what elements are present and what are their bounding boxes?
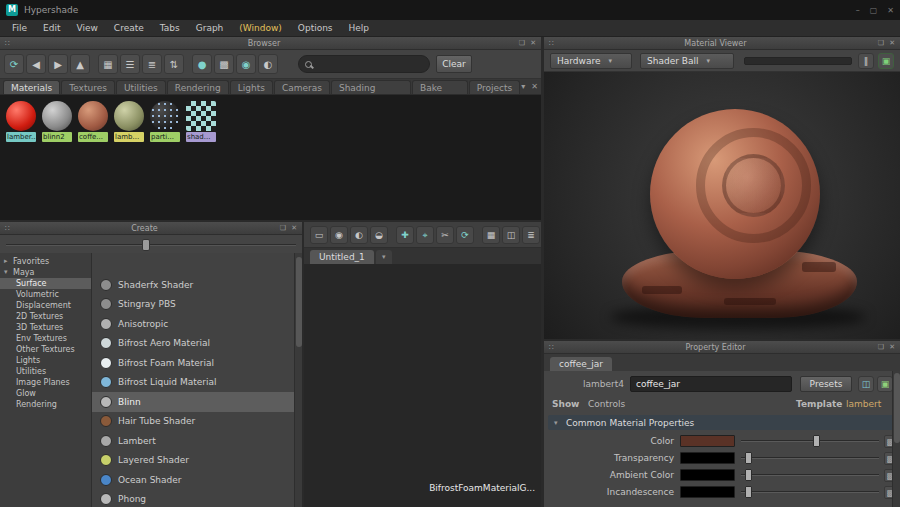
pause-render-icon[interactable]: ‖ — [858, 53, 874, 69]
tree-item-glow[interactable]: Glow — [0, 388, 91, 399]
swatch-coffee[interactable]: coffe... — [78, 101, 108, 142]
material-item-bifrost-foam[interactable]: Bifrost Foam Material — [92, 353, 294, 373]
node-name-field[interactable] — [630, 376, 792, 392]
close-panel-icon[interactable]: ✕ — [530, 39, 536, 47]
float-panel-icon[interactable]: ❏ — [878, 343, 884, 351]
open-lookdev-icon[interactable]: ▣ — [877, 376, 893, 392]
geometry-dropdown[interactable]: Shader Ball ▾ — [640, 53, 734, 69]
slider-handle[interactable] — [813, 435, 820, 447]
details-view-icon[interactable]: ≣ — [142, 54, 162, 74]
tree-item-favorites[interactable]: ▸Favorites — [0, 256, 91, 267]
minimize-icon[interactable]: – — [856, 6, 860, 15]
property-tab-coffee-jar[interactable]: coffee_jar — [550, 357, 612, 371]
marquee-select-icon[interactable]: ▭ — [310, 226, 328, 244]
menu-view[interactable]: View — [69, 23, 106, 33]
create-list-scrollbar[interactable] — [294, 253, 302, 507]
tree-item-env-textures[interactable]: Env Textures — [0, 333, 91, 344]
tab-close-icon[interactable]: ✕ — [531, 82, 538, 91]
property-editor-scrollbar[interactable] — [892, 371, 900, 507]
list-view-icon[interactable]: ☰ — [120, 54, 140, 74]
node-editor-tab-untitled[interactable]: Untitled_1 — [310, 250, 374, 264]
open-attribute-editor-icon[interactable]: ◫ — [858, 376, 874, 392]
tree-item-maya[interactable]: ▾Maya — [0, 267, 91, 278]
menu-create[interactable]: Create — [106, 23, 152, 33]
region-select-icon[interactable]: ◒ — [370, 226, 388, 244]
add-node-icon[interactable]: ✚ — [396, 226, 414, 244]
tree-item-image-planes[interactable]: Image Planes — [0, 377, 91, 388]
node-editor-canvas[interactable]: BifrostFoamMaterialG... — [304, 264, 541, 507]
vertical-splitter[interactable] — [302, 222, 304, 507]
tab-textures[interactable]: Textures — [61, 80, 115, 94]
tab-projects[interactable]: Projects — [469, 80, 520, 94]
tab-rendering[interactable]: Rendering — [167, 80, 229, 94]
material-item-shaderfx[interactable]: Shaderfx Shader — [92, 275, 294, 295]
maximize-icon[interactable]: ▢ — [870, 6, 878, 15]
swatch-shadow[interactable]: shad... — [186, 101, 216, 142]
material-ball-icon[interactable] — [78, 101, 108, 131]
attribute-slider[interactable] — [741, 469, 879, 481]
list-layout-icon[interactable]: ≣ — [522, 226, 540, 244]
tab-shading-groups[interactable]: Shading Groups — [331, 80, 411, 94]
checker-icon[interactable]: ▩ — [214, 54, 234, 74]
section-common-material-properties[interactable]: ▾ Common Material Properties — [548, 415, 896, 430]
material-ball-icon[interactable] — [150, 101, 180, 131]
paint-select-icon[interactable]: ◐ — [350, 226, 368, 244]
menu-file[interactable]: File — [4, 23, 35, 33]
tree-item-2d-textures[interactable]: 2D Textures — [0, 311, 91, 322]
template-value[interactable]: lambert — [846, 399, 881, 409]
tab-options-icon[interactable]: ▾ — [521, 82, 525, 91]
menu-options[interactable]: Options — [290, 23, 341, 33]
up-icon[interactable]: ▲ — [70, 54, 90, 74]
close-panel-icon[interactable]: ✕ — [889, 39, 895, 47]
material-item-bifrost-liquid[interactable]: Bifrost Liquid Material — [92, 373, 294, 393]
panel-grip-icon[interactable]: ∷ — [549, 343, 554, 352]
material-item-stingray[interactable]: Stingray PBS — [92, 295, 294, 315]
tree-item-lights[interactable]: Lights — [0, 355, 91, 366]
attribute-slider[interactable] — [741, 435, 879, 447]
close-panel-icon[interactable]: ✕ — [889, 343, 895, 351]
tab-lights[interactable]: Lights — [230, 80, 273, 94]
horizontal-splitter[interactable] — [544, 339, 900, 341]
menu-help[interactable]: Help — [341, 23, 378, 33]
material-swatch-area[interactable]: lamber... blinn2 coffe... lamb... parti.… — [0, 95, 541, 222]
material-ball-icon[interactable] — [6, 101, 36, 131]
tree-item-utilities[interactable]: Utilities — [0, 366, 91, 377]
tab-materials[interactable]: Materials — [3, 80, 60, 94]
panel-grip-icon[interactable]: ∷ — [549, 39, 554, 48]
material-item-lambert[interactable]: Lambert — [92, 431, 294, 451]
swatch-lambert[interactable]: lamb... — [114, 101, 144, 142]
slider-handle[interactable] — [745, 469, 752, 481]
scrollbar-thumb[interactable] — [894, 373, 900, 443]
material-ball-icon[interactable] — [186, 101, 216, 131]
material-ball-icon[interactable] — [42, 101, 72, 131]
tree-item-displacement[interactable]: Displacement — [0, 300, 91, 311]
clear-search-button[interactable]: Clear — [436, 55, 472, 73]
horizontal-splitter[interactable] — [0, 220, 541, 222]
material-item-ocean[interactable]: Ocean Shader — [92, 470, 294, 490]
slider-handle[interactable] — [745, 486, 752, 498]
attribute-slider[interactable] — [741, 486, 879, 498]
tab-cameras[interactable]: Cameras — [274, 80, 330, 94]
menu-window[interactable]: (Window) — [231, 23, 290, 33]
menu-graph[interactable]: Graph — [188, 23, 232, 33]
material-item-layered[interactable]: Layered Shader — [92, 451, 294, 471]
color-swatch[interactable] — [680, 452, 735, 464]
slider-handle[interactable] — [745, 452, 752, 464]
sort-icon[interactable]: ⇅ — [164, 54, 184, 74]
panel-grip-icon[interactable]: ∷ — [5, 224, 10, 233]
material-item-hair-tube[interactable]: Hair Tube Shader — [92, 412, 294, 432]
tree-item-other-textures[interactable]: Other Textures — [0, 344, 91, 355]
show-menu[interactable]: Show — [552, 399, 579, 409]
expander-icon[interactable]: ▸ — [4, 256, 11, 267]
material-item-anisotropic[interactable]: Anisotropic — [92, 314, 294, 334]
material-item-blinn[interactable]: Blinn — [92, 392, 294, 412]
snapshot-icon[interactable]: ▣ — [878, 53, 894, 69]
material-ball-icon[interactable] — [114, 101, 144, 131]
menu-edit[interactable]: Edit — [35, 23, 68, 33]
tree-item-volumetric[interactable]: Volumetric — [0, 289, 91, 300]
tree-item-rendering[interactable]: Rendering — [0, 399, 91, 410]
snap-target-icon[interactable]: ⌖ — [416, 226, 434, 244]
render-swatch-icon[interactable]: ◉ — [236, 54, 256, 74]
float-panel-icon[interactable]: ❏ — [519, 39, 525, 47]
forward-icon[interactable]: ▶ — [48, 54, 68, 74]
